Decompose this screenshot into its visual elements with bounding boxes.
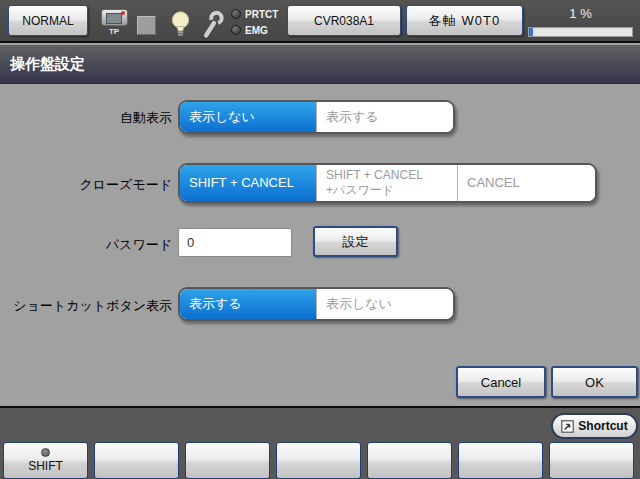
teach-pendant-icon-body (101, 9, 128, 26)
cancel-button[interactable]: Cancel (456, 366, 546, 398)
teach-pendant-screen-glyph (106, 13, 122, 24)
auto-display-label: 自動表示 (0, 109, 172, 127)
emg-led-icon (231, 25, 241, 35)
shortcut-display-label: ショートカットボタン表示 (0, 297, 172, 315)
function-key-5[interactable] (367, 442, 452, 479)
top-status-bar: NORMAL TP P (0, 0, 640, 43)
close-mode-option-shift-cancel-password[interactable]: SHIFT + CANCEL +パスワード (316, 165, 457, 201)
tp-icon-label: TP (99, 27, 129, 36)
page-title: 操作盤設定 (10, 55, 85, 74)
prtct-indicator: PRTCT (231, 6, 278, 22)
external-link-icon (561, 420, 574, 433)
close-mode-segmented-control: SHIFT + CANCEL SHIFT + CANCEL +パスワード CAN… (178, 163, 597, 203)
ok-button[interactable]: OK (551, 366, 638, 398)
shortcut-button[interactable]: Shortcut (551, 413, 638, 439)
program-button[interactable]: CVR038A1 (287, 5, 401, 36)
function-key-3[interactable] (185, 442, 270, 479)
function-key-label: SHIFT (28, 459, 63, 473)
teach-pendant-icon: TP (99, 9, 129, 36)
speed-progress-fill (529, 28, 533, 36)
password-set-button[interactable]: 設定 (313, 226, 398, 257)
speed-progress-bar (528, 27, 633, 37)
close-mode-option-shift-cancel[interactable]: SHIFT + CANCEL (180, 165, 316, 201)
emg-label: EMG (245, 25, 268, 36)
emg-indicator: EMG (231, 22, 278, 38)
title-bar: 操作盤設定 (0, 45, 640, 84)
close-mode-option-cancel[interactable]: CANCEL (457, 165, 595, 201)
password-input[interactable] (178, 228, 292, 257)
function-key-7[interactable] (549, 442, 634, 479)
mode-button[interactable]: NORMAL (8, 5, 88, 36)
auto-display-option-hide[interactable]: 表示しない (180, 102, 316, 132)
bottom-panel: Shortcut SHIFT (0, 406, 640, 479)
function-key-2[interactable] (94, 442, 179, 479)
status-indicators: PRTCT EMG (231, 6, 278, 38)
shortcut-display-segmented-control: 表示する 表示しない (178, 287, 455, 321)
speed-percentage-label: 1 % (528, 6, 633, 21)
shift-led-icon (41, 448, 50, 457)
auto-display-option-show[interactable]: 表示する (316, 102, 453, 132)
function-key-4[interactable] (276, 442, 361, 479)
shortcut-button-label: Shortcut (578, 419, 627, 433)
prtct-label: PRTCT (245, 9, 278, 20)
close-mode-label: クローズモード (0, 176, 172, 194)
prtct-led-icon (231, 9, 241, 19)
shortcut-display-option-show[interactable]: 表示する (180, 289, 316, 319)
screen-square-icon (137, 16, 156, 35)
shortcut-display-option-hide[interactable]: 表示しない (316, 289, 453, 319)
function-key-6[interactable] (458, 442, 543, 479)
password-label: パスワード (0, 236, 172, 254)
teach-pendant-screen: NORMAL TP P (0, 0, 640, 479)
auto-display-segmented-control: 表示しない 表示する (178, 100, 455, 134)
wrench-icon (198, 9, 225, 43)
lamp-icon (169, 10, 192, 42)
function-key-shift[interactable]: SHIFT (3, 442, 88, 479)
teach-pendant-led (121, 11, 125, 15)
coordinate-mode-button[interactable]: 各軸 W0T0 (406, 5, 523, 36)
